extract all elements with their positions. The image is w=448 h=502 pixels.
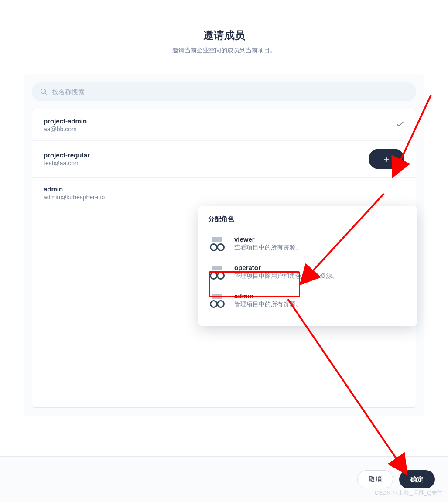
role-option-operator[interactable]: operator 管理项目中除用户和角色之外的资源。	[208, 260, 407, 288]
role-desc: 查看项目中的所有资源。	[234, 244, 301, 252]
svg-rect-8	[212, 266, 222, 270]
member-name: project-admin	[44, 117, 87, 125]
role-name: viewer	[234, 236, 301, 243]
svg-point-14	[218, 301, 224, 307]
svg-point-0	[41, 89, 46, 94]
role-icon	[208, 265, 226, 280]
member-row: admin admin@kubesphere.io	[32, 178, 416, 208]
svg-point-10	[218, 272, 224, 279]
svg-point-5	[211, 244, 217, 250]
role-option-admin[interactable]: admin 管理项目中的所有资源。	[208, 288, 407, 316]
role-name: operator	[234, 264, 338, 271]
role-desc: 管理项目中除用户和角色之外的资源。	[234, 272, 338, 280]
check-icon	[396, 120, 404, 130]
member-row: project-admin aa@bb.com	[32, 109, 416, 141]
svg-line-1	[45, 93, 46, 94]
page-subtitle: 邀请当前企业空间的成员到当前项目。	[0, 47, 448, 68]
svg-point-13	[211, 301, 217, 307]
role-name: admin	[234, 292, 301, 300]
popover-title: 分配角色	[208, 215, 407, 223]
assign-role-popover: 分配角色 viewer 查看项目中的所有资源。 operator 管理项目中除用…	[198, 206, 417, 326]
search-box[interactable]	[32, 82, 416, 101]
cancel-button[interactable]: 取消	[357, 470, 393, 488]
member-row: project-regular test@aa.com	[32, 141, 416, 178]
search-icon	[40, 88, 48, 96]
member-email: test@aa.com	[44, 160, 90, 167]
svg-rect-4	[212, 237, 222, 242]
watermark: CSDN @上海_运维_Q先生	[375, 489, 443, 497]
role-desc: 管理项目中的所有资源。	[234, 301, 301, 308]
member-email: aa@bb.com	[44, 126, 87, 133]
member-email: admin@kubesphere.io	[44, 194, 105, 201]
svg-point-6	[218, 244, 224, 250]
role-icon	[208, 236, 226, 251]
role-option-viewer[interactable]: viewer 查看项目中的所有资源。	[208, 231, 407, 260]
search-input[interactable]	[52, 88, 408, 96]
svg-point-9	[211, 272, 217, 279]
plus-icon	[383, 155, 390, 163]
ok-button[interactable]: 确定	[399, 470, 435, 488]
add-member-button[interactable]	[369, 149, 404, 169]
page-title: 邀请成员	[0, 0, 448, 47]
svg-rect-12	[212, 294, 222, 299]
member-name: project-regular	[44, 151, 90, 159]
member-name: admin	[44, 185, 105, 193]
role-icon	[208, 293, 226, 308]
